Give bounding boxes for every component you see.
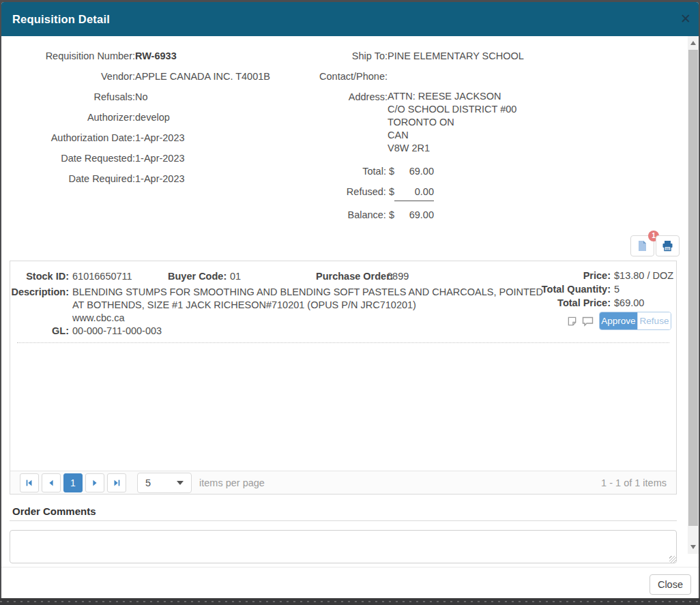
ship-to-row: Ship To:PINE ELEMENTARY SCHOOL (261, 49, 581, 63)
approve-refuse-group: Approve Refuse (599, 312, 671, 330)
refused-row: Refused: $0.00 (261, 185, 581, 201)
scroll-down-button[interactable] (688, 542, 699, 552)
page-1-button[interactable]: 1 (63, 473, 83, 492)
address-line-2: C/O SCHOOL DISTRICT #00 (388, 103, 516, 116)
first-page-icon (25, 478, 34, 488)
description-website: www.cbc.ca (72, 312, 547, 325)
balance-row: Balance: $69.00 (261, 208, 581, 222)
close-button[interactable]: Close (650, 574, 691, 595)
modal-footer: Close (1, 567, 699, 598)
gl-label: GL: (10, 325, 69, 338)
item-actions: Approve Refuse (567, 312, 671, 330)
description-row: Description: BLENDING STUMPS FOR SMOOTHI… (10, 286, 556, 325)
item-separator (17, 342, 669, 343)
document-icon (637, 240, 648, 252)
address-line-4: CAN (388, 129, 516, 142)
note-icon[interactable] (567, 315, 579, 327)
scroll-down-icon (690, 545, 696, 549)
total-label: Total: $ (261, 164, 394, 178)
authorizer-label: Authorizer: (11, 110, 135, 124)
textarea-resize-grip[interactable] (669, 556, 676, 563)
description-label: Description: (10, 286, 69, 325)
total-quantity-value: 5 (614, 283, 619, 296)
order-comments-divider (10, 520, 677, 521)
total-amount: 69.00 (394, 164, 434, 178)
printer-icon (662, 240, 673, 252)
chevron-down-icon (177, 481, 184, 485)
refuse-button[interactable]: Refuse (637, 312, 671, 329)
date-requested-label: Date Requested: (11, 151, 135, 165)
line-items-panel: Stock ID: 61016650711 Buyer Code: 01 Pur… (10, 261, 677, 495)
description-main: BLENDING STUMPS FOR SMOOTHING AND BLENDI… (72, 286, 547, 312)
vertical-scrollbar[interactable] (688, 36, 699, 554)
total-quantity-row: Total Quantity: 5 (536, 283, 675, 296)
address-line-3: TORONTO ON (388, 116, 516, 129)
vendor-value: APPLE CANADA INC. T4001B (135, 71, 270, 82)
last-page-button[interactable] (107, 473, 126, 492)
attachments-button[interactable]: 1 (630, 235, 654, 256)
balance-amount: 69.00 (394, 208, 434, 222)
authorization-date-value: 1-Apr-2023 (135, 132, 185, 143)
next-page-button[interactable] (85, 473, 104, 492)
scroll-up-icon (690, 41, 696, 45)
background-page-strip (0, 598, 700, 605)
comment-bubble-icon[interactable] (582, 315, 594, 327)
vendor-label: Vendor: (11, 70, 135, 83)
order-comments-heading: Order Comments (12, 505, 96, 517)
buyer-code-label: Buyer Code: (168, 270, 227, 283)
print-button[interactable] (656, 235, 680, 256)
item-description-block: Description: BLENDING STUMPS FOR SMOOTHI… (10, 286, 556, 338)
authorization-date-label: Authorization Date: (11, 131, 135, 145)
price-label: Price: (536, 269, 611, 282)
address-row: Address: ATTN: REESE JACKSON C/O SCHOOL … (261, 90, 581, 155)
next-page-icon (90, 478, 100, 488)
refusals-label: Refusals: (11, 90, 135, 104)
item-pricing-block: Price: $13.80 / DOZ Total Quantity: 5 To… (536, 269, 675, 310)
ship-info-right: Ship To:PINE ELEMENTARY SCHOOL Contact/P… (261, 49, 581, 228)
approve-button[interactable]: Approve (600, 312, 637, 329)
gl-row: GL: 00-000-711-000-003 (10, 325, 556, 338)
gl-value: 00-000-711-000-003 (72, 325, 547, 338)
purchase-order-label: Purchase Order: (316, 270, 394, 283)
scrollbar-thumb[interactable] (688, 50, 698, 526)
requisition-number-label: Requisition Number: (11, 49, 135, 63)
balance-label: Balance: $ (261, 208, 394, 222)
items-per-page-label: items per page (199, 477, 265, 488)
modal-title: Requisition Detail (12, 13, 110, 26)
description-text: BLENDING STUMPS FOR SMOOTHING AND BLENDI… (72, 286, 547, 325)
modal-titlebar: Requisition Detail (1, 2, 699, 36)
ship-to-label: Ship To: (261, 49, 388, 63)
address-line-1: ATTN: REESE JACKSON (388, 90, 516, 103)
total-row: Total: $69.00 (261, 164, 581, 178)
address-label: Address: (261, 90, 388, 155)
last-page-icon (112, 478, 121, 488)
total-price-value: $69.00 (614, 297, 644, 310)
purchase-order-value: 6899 (387, 270, 409, 283)
contact-phone-label: Contact/Phone: (261, 70, 388, 83)
requisition-detail-modal: Requisition Detail ✕ Requisition Number:… (1, 2, 699, 598)
previous-page-button[interactable] (42, 473, 61, 492)
refused-label: Refused: $ (261, 185, 394, 198)
pager-range-label: 1 - 1 of 1 items (601, 477, 667, 488)
date-required-label: Date Required: (11, 172, 135, 186)
first-page-button[interactable] (20, 473, 39, 492)
scroll-up-button[interactable] (688, 38, 699, 48)
page-size-select[interactable]: 5 (137, 473, 192, 493)
page-size-value: 5 (145, 477, 151, 488)
address-lines: ATTN: REESE JACKSON C/O SCHOOL DISTRICT … (388, 90, 516, 155)
stock-id-value: 61016650711 (72, 270, 132, 283)
requisition-number-value: RW-6933 (135, 50, 177, 61)
price-row: Price: $13.80 / DOZ (536, 269, 675, 282)
date-required-value: 1-Apr-2023 (135, 173, 185, 184)
close-icon[interactable]: ✕ (677, 10, 695, 28)
date-requested-value: 1-Apr-2023 (135, 153, 185, 164)
refused-amount: 0.00 (394, 185, 434, 201)
previous-page-icon (46, 478, 56, 488)
order-comments-textarea[interactable] (10, 530, 677, 563)
item-toolbar: 1 (630, 235, 680, 256)
total-price-row: Total Price: $69.00 (536, 297, 675, 310)
price-value: $13.80 / DOZ (614, 269, 673, 282)
buyer-code-value: 01 (230, 270, 241, 283)
ship-to-value: PINE ELEMENTARY SCHOOL (388, 50, 524, 61)
refusals-value: No (135, 91, 148, 102)
